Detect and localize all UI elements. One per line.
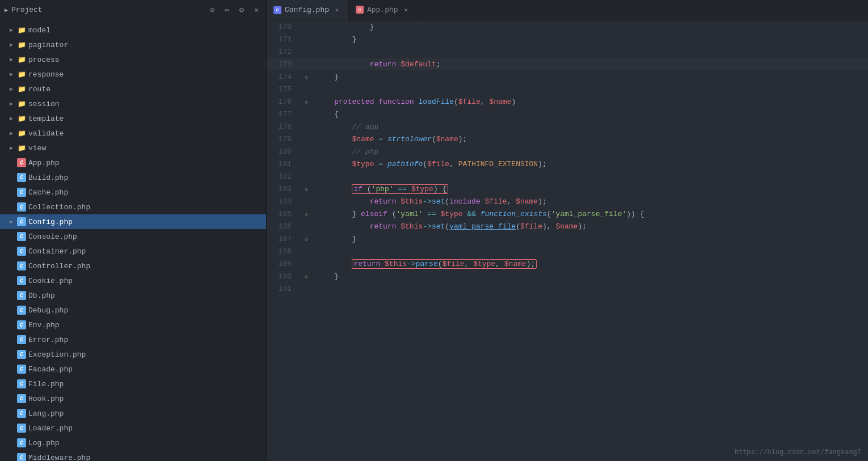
php-icon: C (17, 276, 26, 285)
tree-item-config-php[interactable]: ▶ C Config.php (0, 214, 266, 229)
code-line-187: 187 ◇ } (267, 232, 868, 245)
folder-icon: 📁 (17, 99, 26, 108)
code-line-190: 190 ◇ } (267, 270, 868, 282)
folder-icon: 📁 (17, 26, 26, 35)
tree-item-cache-php[interactable]: C Cache.php (0, 185, 266, 200)
expand-arrow: ▶ (7, 218, 16, 225)
expand-arrow: ▶ (7, 86, 16, 92)
tree-item-paginator[interactable]: ▶ 📁 paginator (0, 37, 266, 52)
tree-item-view[interactable]: ▶ 📁 view (0, 141, 266, 155)
line-number: 190 (267, 270, 301, 282)
tree-item-controller-php[interactable]: C Controller.php (0, 259, 266, 273)
gutter (301, 170, 312, 183)
code-table: 170 } 171 } 172 (267, 20, 868, 295)
tree-item-build-php[interactable]: C Build.php (0, 170, 266, 185)
expand-arrow: ▶ (7, 115, 16, 122)
item-label: template (28, 115, 64, 123)
tab-close-config[interactable]: ✕ (332, 6, 342, 15)
close-sidebar-icon[interactable]: ✕ (251, 5, 262, 15)
code-line-175: 175 (267, 83, 868, 95)
line-number: 191 (267, 282, 301, 295)
gutter (301, 45, 312, 58)
code-content: $type = pathinfo($file, PATHINFO_EXTENSI… (312, 158, 868, 170)
gutter (301, 83, 312, 95)
tree-item-error-php[interactable]: C Error.php (0, 332, 266, 347)
gutter (301, 33, 312, 45)
tree-item-app-php[interactable]: C App.php (0, 155, 266, 170)
tree-item-lang-php[interactable]: C Lang.php (0, 406, 266, 421)
folder-icon: 📁 (17, 114, 26, 123)
tree-item-route[interactable]: ▶ 📁 route (0, 82, 266, 96)
tree-item-debug-php[interactable]: C Debug.php (0, 303, 266, 318)
tree-item-process[interactable]: ▶ 📁 process (0, 52, 266, 67)
expand-arrow: ▶ (7, 71, 16, 78)
tab-close-app[interactable]: ✕ (402, 5, 411, 14)
folder-icon: 📁 (17, 129, 26, 138)
collapse-icon[interactable]: ⇔ (222, 5, 232, 15)
tree-item-cookie-php[interactable]: C Cookie.php (0, 273, 266, 288)
tab-config-php[interactable]: C Config.php ✕ (267, 0, 349, 20)
line-number: 172 (267, 45, 301, 58)
item-label: route (28, 85, 50, 94)
line-number: 177 (267, 108, 301, 120)
code-line-185: 185 ◇ } elseif ('yaml' == $type && funct… (267, 208, 868, 220)
item-label: Controller.php (28, 262, 90, 270)
tree-item-hook-php[interactable]: C Hook.php (0, 391, 266, 406)
tree-item-db-php[interactable]: C Db.php (0, 288, 266, 303)
tree-item-container-php[interactable]: C Container.php (0, 244, 266, 259)
line-number: 180 (267, 145, 301, 158)
tree-item-collection-php[interactable]: C Collection.php (0, 200, 266, 214)
php-icon: C (17, 158, 26, 167)
code-content: } elseif ('yaml' == $type && function_ex… (312, 208, 868, 220)
tree-item-env-php[interactable]: C Env.php (0, 318, 266, 332)
code-content: } (312, 232, 868, 245)
tree-item-session[interactable]: ▶ 📁 session (0, 96, 266, 111)
tree-item-exception-php[interactable]: C Exception.php (0, 347, 266, 362)
tree-item-template[interactable]: ▶ 📁 template (0, 111, 266, 126)
code-line-181: 181 $type = pathinfo($file, PATHINFO_EXT… (267, 158, 868, 170)
tree-item-console-php[interactable]: C Console.php (0, 229, 266, 244)
tree-item-middleware-php[interactable]: C Middleware.php (0, 450, 266, 461)
item-label: Debug.php (28, 306, 68, 315)
code-line-174: 174 ◇ } (267, 70, 868, 83)
code-editor[interactable]: 170 } 171 } 172 (267, 20, 868, 461)
gutter (301, 245, 312, 257)
gutter (301, 158, 312, 170)
code-content (312, 282, 868, 295)
code-line-176: 176 ◇ protected function loadFile($file,… (267, 95, 868, 108)
tree-item-validate[interactable]: ▶ 📁 validate (0, 126, 266, 141)
php-icon: C (17, 424, 26, 433)
code-content: { (312, 108, 868, 120)
tree-item-loader-php[interactable]: C Loader.php (0, 421, 266, 435)
php-icon: C (17, 261, 26, 270)
tab-app-php[interactable]: C App.php ✕ (349, 0, 418, 20)
gutter: ◇ (301, 183, 312, 195)
gutter (301, 145, 312, 158)
item-label: process (28, 56, 60, 64)
tree-item-model[interactable]: ▶ 📁 model (0, 23, 266, 37)
settings-icon[interactable]: ⚙ (237, 5, 247, 15)
tree-item-response[interactable]: ▶ 📁 response (0, 67, 266, 82)
line-number: 182 (267, 170, 301, 183)
expand-arrow: ▶ (7, 27, 16, 33)
gutter (301, 108, 312, 120)
folder-icon: 📁 (17, 70, 26, 79)
code-content: } (312, 70, 868, 83)
line-number: 175 (267, 83, 301, 95)
gutter (301, 58, 312, 70)
code-content: } (312, 33, 868, 45)
line-number: 186 (267, 220, 301, 232)
tree-item-file-php[interactable]: C File.php (0, 377, 266, 391)
editor-tabs: C Config.php ✕ C App.php ✕ (267, 0, 868, 20)
code-line-172: 172 (267, 45, 868, 58)
line-number: 181 (267, 158, 301, 170)
locate-icon[interactable]: ⊙ (207, 5, 217, 15)
item-label: response (28, 70, 64, 79)
tree-item-log-php[interactable]: C Log.php (0, 435, 266, 450)
expand-arrow: ▶ (7, 100, 16, 107)
line-number: 174 (267, 70, 301, 83)
item-label: Build.php (28, 174, 68, 182)
tree-item-facade-php[interactable]: C Facade.php (0, 362, 266, 377)
fold-arrow: ◇ (305, 74, 308, 81)
gutter (301, 20, 312, 33)
